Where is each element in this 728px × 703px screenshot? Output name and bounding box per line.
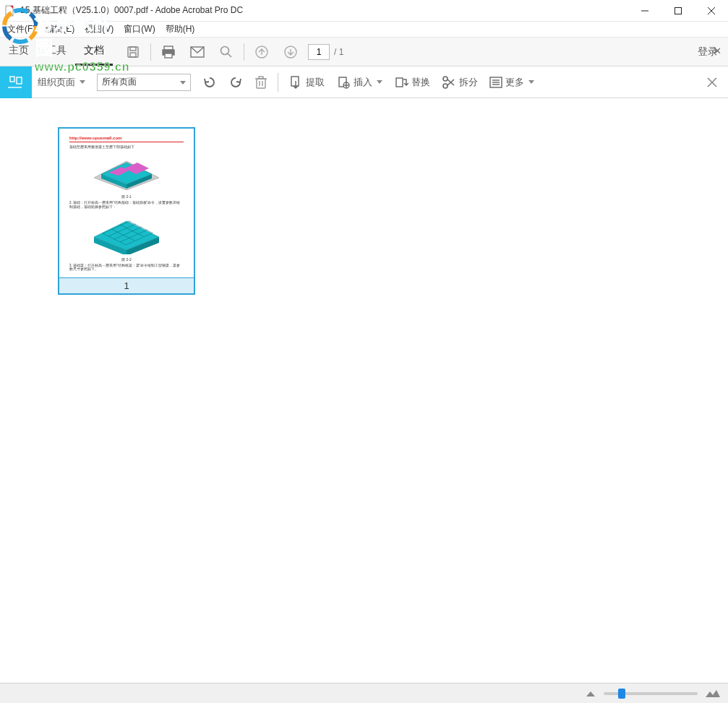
save-icon[interactable] (119, 38, 147, 66)
svg-rect-19 (10, 77, 14, 82)
zoom-in-icon[interactable] (705, 689, 721, 698)
doc-caption-2: 图 2-2 (69, 257, 184, 262)
page-down-icon[interactable] (276, 38, 305, 66)
page-filter-combo[interactable]: 所有页面 (97, 74, 191, 91)
svg-line-16 (228, 53, 231, 57)
svg-rect-27 (291, 77, 299, 86)
extract-button[interactable]: 提取 (283, 66, 330, 98)
tab-tools[interactable]: 工具 (38, 38, 75, 66)
split-button[interactable]: 拆分 (436, 66, 484, 98)
thumbnail-page-number: 1 (59, 277, 194, 293)
search-icon[interactable] (212, 38, 241, 66)
pages-pane[interactable]: http://www.opusmall.com 基础垫层采用素混凝土垫层下部基础… (32, 98, 728, 683)
tab-home[interactable]: 主页 (0, 38, 38, 66)
zoom-slider-knob[interactable] (618, 689, 625, 699)
email-icon[interactable] (183, 38, 212, 66)
svg-point-33 (443, 77, 447, 81)
content-area: http://www.opusmall.com 基础垫层采用素混凝土垫层下部基础… (0, 98, 728, 683)
svg-rect-22 (257, 79, 265, 88)
main-toolbar: 主页 工具 文档 / 1 登录 (0, 38, 728, 66)
delete-button[interactable] (249, 66, 273, 98)
more-label: 更多 (505, 76, 524, 89)
menu-view[interactable]: 视图(V) (82, 23, 116, 35)
svg-rect-9 (130, 47, 136, 51)
svg-rect-8 (128, 47, 138, 57)
thumbnail-preview: http://www.opusmall.com 基础垫层采用素混凝土垫层下部基础… (59, 129, 194, 277)
organize-mode-icon[interactable] (0, 66, 32, 98)
menu-edit[interactable]: 编辑(E) (43, 23, 77, 35)
window-title: 15.基础工程（V25.1.0）0007.pdf - Adobe Acrobat… (20, 4, 243, 17)
organize-pages-dropdown[interactable]: 组织页面 (32, 66, 91, 98)
svg-rect-10 (130, 53, 136, 57)
more-button[interactable]: 更多 (484, 66, 540, 98)
insert-button[interactable]: 插入 (330, 66, 388, 98)
svg-rect-13 (165, 53, 172, 58)
print-icon[interactable] (154, 38, 183, 66)
menu-window[interactable]: 窗口(W) (121, 23, 158, 35)
app-icon (4, 5, 16, 17)
menu-file[interactable]: 文件(F) (4, 23, 38, 35)
tab-document[interactable]: 文档 (75, 38, 113, 66)
maximize-button[interactable] (661, 0, 695, 22)
close-panel-button[interactable] (696, 77, 728, 88)
svg-marker-62 (706, 690, 720, 697)
page-filter-value: 所有页面 (102, 76, 137, 88)
split-label: 拆分 (459, 76, 478, 89)
menu-bar: 文件(F) 编辑(E) 视图(V) 窗口(W) 帮助(H) ✕ (0, 22, 728, 38)
tab-close-icon[interactable]: ✕ (706, 43, 728, 58)
svg-point-15 (221, 46, 229, 54)
menu-help[interactable]: 帮助(H) (163, 23, 198, 35)
page-number-input[interactable] (308, 44, 330, 60)
minimize-button[interactable] (628, 0, 661, 22)
svg-point-34 (443, 84, 447, 88)
insert-label: 插入 (354, 76, 372, 89)
organize-pages-label: 组织页面 (38, 76, 75, 89)
zoom-out-icon[interactable] (585, 690, 596, 697)
svg-rect-11 (164, 46, 173, 50)
svg-rect-20 (17, 77, 22, 84)
extract-label: 提取 (306, 76, 325, 89)
replace-label: 替换 (411, 76, 430, 89)
svg-marker-61 (586, 691, 595, 696)
doc-header-url: http://www.opusmall.com (69, 136, 184, 140)
organize-toolbar: 组织页面 所有页面 提取 插入 替换 拆分 更多 (0, 66, 728, 98)
page-total: / 1 (334, 47, 343, 57)
replace-button[interactable]: 替换 (388, 66, 436, 98)
svg-rect-2 (675, 8, 682, 14)
page-up-icon[interactable] (247, 38, 276, 66)
close-window-button[interactable] (695, 0, 728, 22)
rotate-left-button[interactable] (197, 66, 223, 98)
status-bar (0, 683, 728, 703)
rotate-right-button[interactable] (223, 66, 249, 98)
page-thumbnail[interactable]: http://www.opusmall.com 基础垫层采用素混凝土垫层下部基础… (58, 127, 195, 295)
svg-rect-32 (396, 78, 403, 87)
svg-rect-26 (259, 77, 263, 79)
title-bar: 15.基础工程（V25.1.0）0007.pdf - Adobe Acrobat… (0, 0, 728, 22)
zoom-slider[interactable] (604, 692, 698, 695)
doc-caption-1: 图 2-1 (69, 194, 184, 199)
